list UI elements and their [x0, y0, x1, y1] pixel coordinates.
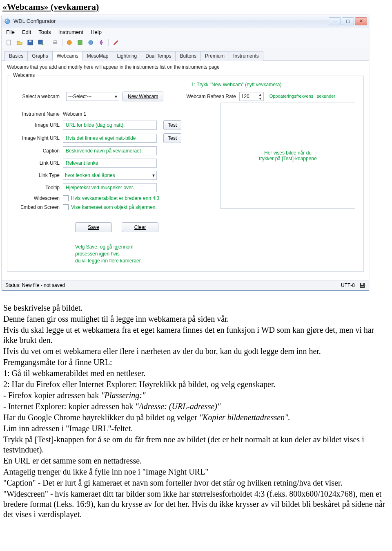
menubar: File Edit Tools Instrument Help	[2, 27, 369, 37]
paragraph: Trykk på [Test]-knappen for å se om du f…	[3, 435, 387, 455]
tool-icon-4[interactable]	[98, 39, 105, 46]
toolbar	[2, 37, 369, 48]
svg-point-0	[5, 19, 10, 24]
menu-tools[interactable]: Tools	[38, 29, 51, 35]
menu-edit[interactable]: Edit	[22, 29, 31, 35]
close-button[interactable]: ✕	[355, 17, 367, 25]
save-button[interactable]: Save	[75, 222, 112, 232]
tab-buttons[interactable]: Buttons	[175, 51, 201, 61]
image-night-url-input[interactable]	[63, 134, 157, 143]
link-type-dropdown[interactable]: hvor lenken skal åpnes ▾	[63, 171, 157, 180]
save-button-label: Save	[88, 224, 99, 230]
svg-rect-9	[78, 40, 82, 45]
svg-point-8	[67, 40, 71, 45]
new-file-icon[interactable]	[5, 39, 13, 46]
help-icon[interactable]	[112, 39, 119, 46]
widescreen-label: Widescreen	[14, 195, 63, 201]
menu-instrument[interactable]: Instrument	[58, 29, 83, 35]
link-url-label: Link URL	[14, 160, 63, 166]
tooltip-input[interactable]	[63, 183, 157, 192]
caption-label: Caption	[14, 148, 63, 154]
tab-premium[interactable]: Premium	[200, 51, 229, 61]
refresh-rate-spinner[interactable]: ▲▼	[239, 92, 264, 101]
save-status-icon[interactable]	[359, 282, 365, 289]
widescreen-checkbox[interactable]	[63, 195, 69, 201]
print-icon[interactable]	[51, 39, 59, 46]
image-night-url-label: Image Night URL	[14, 135, 63, 141]
annotation-step1: 1: Trykk "New Webcam" (nytt vevkamera)	[14, 82, 357, 87]
tab-hint: Webcams that you add and modify here wil…	[7, 64, 364, 70]
link-type-label: Link Type	[14, 172, 63, 178]
refresh-rate-label: Webcam Refresh Rate	[186, 94, 236, 99]
tab-graphs[interactable]: Graphs	[27, 51, 52, 61]
new-webcam-button-label: New Webcam	[128, 94, 158, 99]
svg-rect-2	[7, 40, 11, 45]
paragraph: Hvis du skal legge ut et webkamera fra e…	[3, 325, 387, 345]
paragraph: 1: Gå til webkamerabildet med en nettles…	[3, 368, 387, 379]
widescreen-annotation: Hvis vevkamerabildet er bredere enn 4:3	[71, 195, 159, 201]
select-webcam-value: ---Select---	[68, 94, 91, 99]
tab-lightning[interactable]: Lightning	[113, 51, 142, 61]
instrument-name-value: Webcam 1	[63, 111, 86, 117]
image-url-label: Image URL	[14, 122, 63, 128]
select-webcam-dropdown[interactable]: ---Select--- ▾	[66, 92, 119, 101]
paragraph: Denne fanen gir oss mulighet til å legge…	[3, 314, 387, 324]
paragraph: Fremgangsmåte for å finne URL:	[3, 357, 387, 367]
image-url-input[interactable]	[63, 121, 157, 130]
status-bar: Status: New file - not saved UTF-8	[2, 280, 369, 290]
save-icon[interactable]	[27, 39, 34, 46]
menu-file[interactable]: File	[6, 29, 15, 35]
spinner-up-icon[interactable]: ▲	[257, 92, 263, 96]
new-webcam-button[interactable]: New Webcam	[122, 92, 163, 101]
select-webcam-label: Select a webcam	[14, 94, 63, 99]
titlebar: WDL Configurator — ▢ ✕	[2, 15, 369, 27]
chevron-down-icon: ▾	[152, 172, 155, 178]
link-url-input[interactable]	[63, 159, 157, 168]
status-encoding: UTF-8	[341, 282, 355, 288]
minimize-button[interactable]: —	[329, 17, 341, 25]
paragraph: Har du Google Chrome høyreklikker du på …	[3, 412, 387, 423]
client-area: Webcams that you add and modify here wil…	[2, 61, 369, 280]
clear-button[interactable]: Clear	[122, 222, 158, 232]
save-annotation: Velg Save, og gå igjennom prosessen igje…	[14, 244, 157, 264]
open-file-icon[interactable]	[16, 39, 23, 46]
paragraph: - Internet Explorer: kopier adressen bak…	[3, 401, 387, 412]
tab-dualtemps[interactable]: Dual Temps	[141, 51, 176, 61]
svg-point-1	[6, 20, 7, 21]
refresh-rate-value[interactable]	[240, 92, 257, 101]
doc-title: «Webcams» (vevkamera)	[2, 2, 390, 12]
chevron-down-icon: ▾	[115, 94, 117, 99]
tab-mesomap[interactable]: MesoMap	[82, 51, 113, 61]
svg-rect-13	[361, 286, 364, 287]
image-url-test-button[interactable]: Test	[163, 120, 181, 130]
spinner-down-icon[interactable]: ▼	[257, 96, 263, 101]
webcams-group: Webcams 1: Trykk "New Webcam" (nytt vevk…	[7, 76, 364, 272]
tooltip-label: Tooltip	[14, 185, 63, 190]
embed-checkbox[interactable]	[63, 204, 69, 210]
maximize-button[interactable]: ▢	[342, 17, 354, 25]
tool-icon-3[interactable]	[87, 39, 94, 46]
tab-webcams[interactable]: Webcams	[52, 51, 83, 61]
image-night-url-test-button[interactable]: Test	[163, 133, 181, 143]
paragraph: - Firefox kopier adressen bak "Plasserin…	[3, 390, 387, 401]
svg-rect-4	[29, 40, 31, 42]
instrument-name-label: Instrument Name	[14, 111, 63, 117]
app-icon	[4, 18, 11, 25]
save-as-icon[interactable]	[37, 39, 45, 46]
tab-basics[interactable]: Basics	[4, 51, 28, 61]
menu-help[interactable]: Help	[91, 29, 102, 35]
paragraph: "Caption" - Det er lurt å gi kameraet et…	[3, 478, 387, 488]
tool-icon-2[interactable]	[76, 39, 84, 46]
test-button-label: Test	[168, 135, 177, 141]
toolbar-separator	[62, 39, 62, 46]
body-text: Se beskrivelse på bildet. Denne fanen gi…	[3, 303, 387, 520]
tab-instruments[interactable]: Instruments	[229, 51, 263, 61]
app-window: WDL Configurator — ▢ ✕ File Edit Tools I…	[2, 15, 369, 291]
status-left: Status: New file - not saved	[5, 282, 65, 288]
tabbar: Basics Graphs Webcams MesoMap Lightning …	[2, 48, 369, 61]
toolbar-separator	[48, 39, 48, 46]
paragraph: Lim inn adressen i "Image URL"-feltet.	[3, 423, 387, 434]
tool-icon-1[interactable]	[66, 39, 73, 46]
caption-input[interactable]	[63, 146, 157, 155]
paragraph: "Widescreen" - hvis kameraet ditt tar bi…	[3, 489, 387, 520]
